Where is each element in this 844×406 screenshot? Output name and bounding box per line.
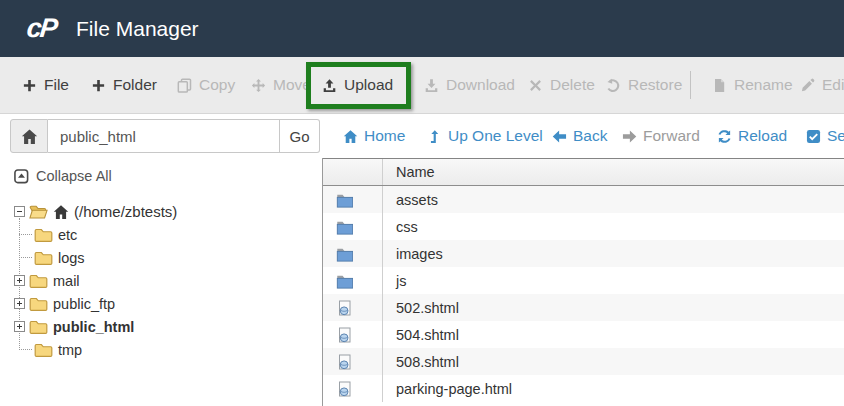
tree-connector xyxy=(19,234,32,235)
tree-root-label: (/home/zbtests) xyxy=(74,203,177,220)
table-row-parking-page-html[interactable]: parking-page.html xyxy=(323,375,844,402)
copy-button-label: Copy xyxy=(199,76,235,94)
tree-children: etc logs mail public_ftp xyxy=(19,223,177,361)
file-list-table: Name assets css images js 502.shtml 504.… xyxy=(322,158,844,406)
tree-item-public-ftp[interactable]: public_ftp xyxy=(19,292,177,315)
rename-button[interactable]: Rename xyxy=(712,57,793,113)
page-title: File Manager xyxy=(76,17,199,41)
download-button[interactable]: Download xyxy=(424,57,515,113)
go-button[interactable]: Go xyxy=(280,119,320,153)
tree-item-mail[interactable]: mail xyxy=(19,269,177,292)
path-home-button[interactable] xyxy=(10,119,48,153)
up-one-level-icon xyxy=(427,129,442,144)
html-file-icon xyxy=(336,300,353,316)
folder-icon xyxy=(29,272,48,289)
move-icon xyxy=(251,78,266,93)
table-row-css[interactable]: css xyxy=(323,213,844,240)
edit-button-label: Edit xyxy=(822,76,844,94)
tree-item-logs[interactable]: logs xyxy=(19,246,177,269)
folder-button-label: Folder xyxy=(113,76,157,94)
edit-button[interactable]: Edit xyxy=(800,57,844,113)
nav-select-all-label: Select All xyxy=(827,127,844,145)
table-header-row: Name xyxy=(323,158,844,186)
cpanel-logo-icon: cP xyxy=(25,13,57,44)
table-row-508-shtml[interactable]: 508.shtml xyxy=(323,348,844,375)
folder-tree-sidebar: Collapse All (/home/zbtests) etc logs xyxy=(0,158,322,406)
delete-button[interactable]: Delete xyxy=(528,57,595,113)
copy-icon xyxy=(177,78,192,93)
home-icon xyxy=(343,129,358,144)
expand-icon[interactable] xyxy=(14,298,25,309)
file-button[interactable]: File xyxy=(22,57,69,113)
file-name: assets xyxy=(383,192,438,208)
reload-icon xyxy=(717,129,732,144)
table-row-504-shtml[interactable]: 504.shtml xyxy=(323,321,844,348)
folder-icon xyxy=(29,318,48,335)
tree-item-etc[interactable]: etc xyxy=(19,223,177,246)
file-manager-window: cP File Manager File Folder Copy Move Up… xyxy=(0,0,844,406)
folder-icon xyxy=(34,249,53,266)
nav-home-link[interactable]: Home xyxy=(343,114,405,158)
nav-up-one-level-link[interactable]: Up One Level xyxy=(427,114,543,158)
table-row-images[interactable]: images xyxy=(323,240,844,267)
collapse-all-label: Collapse All xyxy=(36,168,112,184)
tree-item-public-html[interactable]: public_html xyxy=(19,315,177,338)
nav-select-all-link[interactable]: Select All xyxy=(806,114,844,158)
nav-up-one-level-label: Up One Level xyxy=(448,127,543,145)
nav-back-link[interactable]: Back xyxy=(552,114,607,158)
upload-button[interactable]: Upload xyxy=(322,57,393,113)
file-name: 504.shtml xyxy=(383,327,459,343)
rename-icon xyxy=(712,78,727,93)
folder-button[interactable]: Folder xyxy=(91,57,157,113)
open-folder-icon xyxy=(29,203,48,220)
file-name: parking-page.html xyxy=(383,381,512,397)
restore-button[interactable]: Restore xyxy=(606,57,682,113)
icon-column-header xyxy=(323,159,383,185)
tree-item-label: etc xyxy=(58,227,77,243)
app-header: cP File Manager xyxy=(0,0,844,57)
folder-icon xyxy=(34,341,53,358)
toolbar-separator xyxy=(690,71,691,99)
restore-button-label: Restore xyxy=(628,76,682,94)
collapse-all-button[interactable]: Collapse All xyxy=(14,168,112,184)
table-row-assets[interactable]: assets xyxy=(323,186,844,213)
restore-icon xyxy=(606,78,621,93)
tree-connector xyxy=(19,349,32,350)
upload-icon xyxy=(322,78,337,93)
path-group: Go xyxy=(10,119,320,153)
path-input[interactable] xyxy=(48,119,280,153)
copy-button[interactable]: Copy xyxy=(177,57,235,113)
download-icon xyxy=(424,78,439,93)
arrow-right-icon xyxy=(622,129,637,144)
tree-connector xyxy=(19,257,32,258)
tree-item-tmp[interactable]: tmp xyxy=(19,338,177,361)
table-row-js[interactable]: js xyxy=(323,267,844,294)
file-name: 502.shtml xyxy=(383,300,459,316)
collapse-icon[interactable] xyxy=(14,206,25,217)
blue-folder-icon xyxy=(336,219,353,235)
nav-forward-link[interactable]: Forward xyxy=(622,114,700,158)
arrow-left-icon xyxy=(552,129,567,144)
tree-item-label: public_ftp xyxy=(53,296,115,312)
file-name: js xyxy=(383,273,406,289)
toolbar: File Folder Copy Move Upload Download De… xyxy=(0,57,844,114)
nav-home-label: Home xyxy=(364,127,405,145)
nav-reload-link[interactable]: Reload xyxy=(717,114,787,158)
collapse-all-icon xyxy=(14,169,29,184)
table-row-502-shtml[interactable]: 502.shtml xyxy=(323,294,844,321)
move-button[interactable]: Move xyxy=(251,57,311,113)
blue-folder-icon xyxy=(336,246,353,262)
html-file-icon xyxy=(336,354,353,370)
expand-icon[interactable] xyxy=(14,321,25,332)
html-file-icon xyxy=(336,327,353,343)
edit-icon xyxy=(800,78,815,93)
expand-icon[interactable] xyxy=(14,275,25,286)
nav-back-label: Back xyxy=(573,127,607,145)
folder-tree: (/home/zbtests) etc logs mail xyxy=(14,200,177,361)
file-name: images xyxy=(383,246,443,262)
tree-item-home-root[interactable]: (/home/zbtests) xyxy=(14,200,177,223)
file-name: css xyxy=(383,219,418,235)
delete-button-label: Delete xyxy=(550,76,595,94)
file-button-label: File xyxy=(44,76,69,94)
name-column-header[interactable]: Name xyxy=(383,164,435,180)
